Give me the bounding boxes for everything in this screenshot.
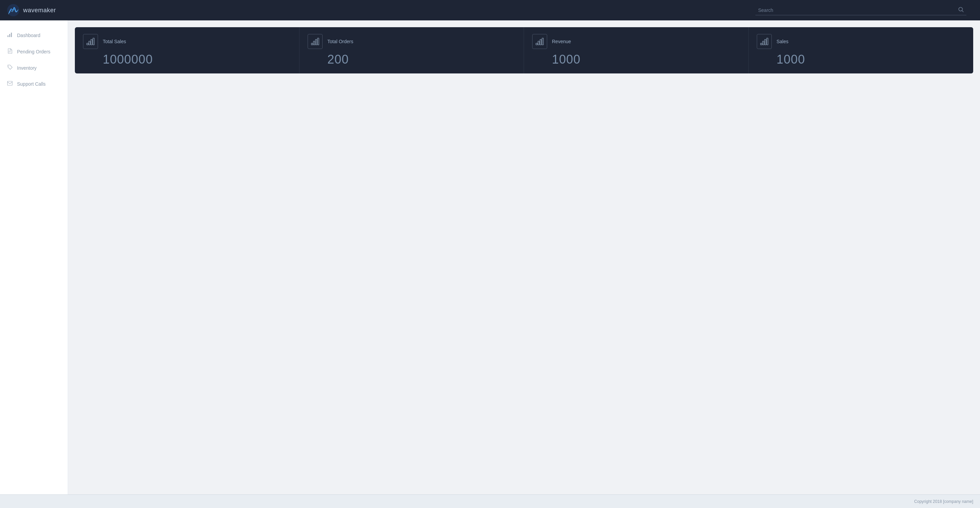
stat-card-revenue-header: Revenue (532, 34, 740, 49)
stat-card-total-sales-header: Total Sales (83, 34, 291, 49)
sidebar-item-support-calls-label: Support Calls (17, 81, 46, 87)
stat-icon-box-sales (757, 34, 772, 49)
sidebar-item-support-calls[interactable]: Support Calls (0, 76, 68, 92)
stat-total-orders-value: 200 (308, 52, 349, 67)
stat-total-orders-label: Total Orders (327, 39, 353, 44)
svg-rect-12 (91, 40, 92, 45)
svg-rect-4 (9, 34, 10, 37)
search-input[interactable] (758, 8, 958, 13)
svg-rect-16 (315, 40, 317, 45)
svg-rect-19 (538, 41, 539, 45)
logo-area: wavemaker (7, 4, 56, 17)
sidebar: Dashboard Pending Orders Inv (0, 21, 68, 494)
tag-icon (7, 65, 13, 71)
sidebar-item-dashboard[interactable]: Dashboard (0, 27, 68, 43)
sidebar-item-inventory-label: Inventory (17, 65, 37, 71)
stat-total-sales-value: 1000000 (83, 52, 153, 67)
svg-rect-15 (313, 41, 315, 45)
bar-chart-icon (7, 32, 13, 39)
search-icon (958, 7, 964, 14)
sidebar-item-pending-orders[interactable]: Pending Orders (0, 43, 68, 60)
svg-rect-22 (760, 43, 762, 45)
stat-card-total-orders: Total Orders 200 (299, 27, 524, 73)
stat-icon-box-total-sales (83, 34, 98, 49)
app-body: Dashboard Pending Orders Inv (0, 21, 980, 494)
stats-cards: Total Sales 1000000 Total Orders (75, 27, 973, 73)
svg-line-2 (962, 11, 963, 12)
svg-rect-5 (11, 33, 12, 37)
sidebar-item-dashboard-label: Dashboard (17, 33, 40, 38)
copyright-text: Copyright 2018 [company name] (914, 499, 973, 504)
svg-rect-23 (762, 41, 764, 45)
file-icon (7, 48, 13, 55)
stat-revenue-value: 1000 (532, 52, 581, 67)
stat-sales-label: Sales (776, 39, 788, 44)
stat-sales-value: 1000 (757, 52, 805, 67)
app-footer: Copyright 2018 [company name] (0, 494, 980, 508)
search-area[interactable] (756, 5, 966, 15)
logo-text: wavemaker (23, 7, 56, 14)
stat-icon-box-revenue (532, 34, 547, 49)
sidebar-item-inventory[interactable]: Inventory (0, 60, 68, 76)
stat-card-total-orders-header: Total Orders (308, 34, 515, 49)
svg-rect-13 (93, 38, 94, 45)
stat-card-sales-header: Sales (757, 34, 965, 49)
svg-rect-21 (542, 38, 543, 45)
svg-point-8 (8, 66, 9, 67)
stat-icon-box-total-orders (308, 34, 323, 49)
app-header: wavemaker (0, 0, 980, 21)
svg-rect-9 (8, 81, 12, 85)
stat-total-sales-label: Total Sales (103, 39, 126, 44)
svg-rect-24 (765, 40, 766, 45)
sidebar-item-pending-orders-label: Pending Orders (17, 49, 50, 54)
svg-rect-18 (536, 43, 537, 45)
stat-card-sales: Sales 1000 (749, 27, 973, 73)
main-content: Total Sales 1000000 Total Orders (68, 21, 980, 494)
svg-rect-17 (318, 38, 319, 45)
svg-rect-20 (540, 40, 541, 45)
stat-revenue-label: Revenue (552, 39, 571, 44)
svg-rect-11 (89, 41, 90, 45)
svg-rect-25 (767, 38, 768, 45)
svg-rect-14 (311, 43, 313, 45)
stat-card-revenue: Revenue 1000 (524, 27, 749, 73)
svg-rect-10 (87, 43, 88, 45)
logo-icon (7, 4, 20, 17)
svg-rect-3 (8, 35, 8, 37)
stat-card-total-sales: Total Sales 1000000 (75, 27, 299, 73)
mail-icon (7, 81, 13, 87)
